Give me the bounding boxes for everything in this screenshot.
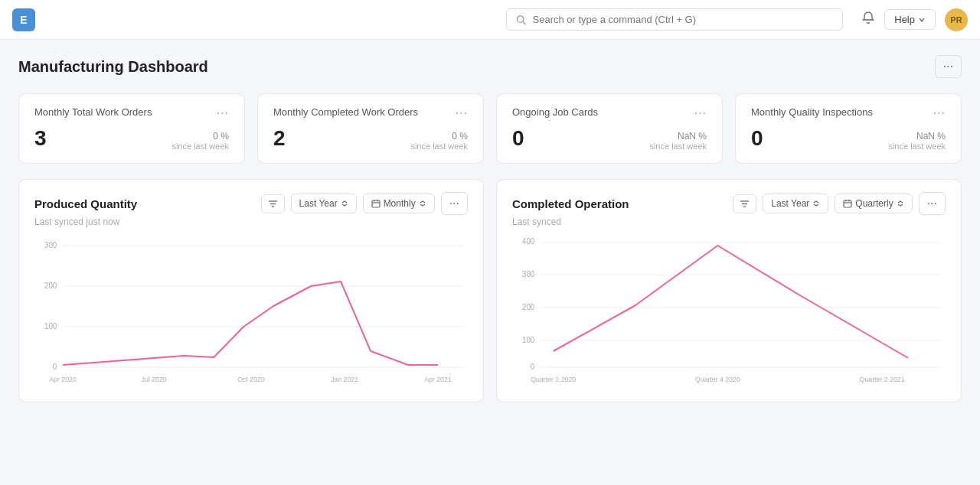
chart-produced-quantity-frequency-label: Monthly — [384, 198, 416, 209]
kpi-card-2-pct: NaN % — [649, 131, 707, 142]
kpi-card-3-menu[interactable]: ··· — [933, 106, 946, 120]
search-bar[interactable] — [506, 8, 843, 31]
svg-text:400: 400 — [522, 237, 535, 246]
chart-completed-operation-header: Completed Operation Last Year — [512, 192, 946, 215]
chart-completed-operation-controls: Last Year Quarterly — [733, 192, 946, 215]
chart-produced-quantity-period-button[interactable]: Last Year — [291, 194, 357, 213]
chart-produced-quantity-controls: Last Year Monthly — [261, 192, 468, 215]
kpi-card-2-menu[interactable]: ··· — [694, 106, 707, 120]
svg-text:Quarter 2 2020: Quarter 2 2020 — [531, 376, 576, 383]
logo-label: E — [20, 14, 27, 26]
search-icon — [516, 15, 526, 25]
bell-icon — [861, 11, 875, 24]
chart-produced-quantity-area: 300 200 100 0 Apr 2020 Jul 2020 Oct 2020 — [34, 236, 468, 389]
kpi-card-0-since: since last week — [172, 142, 229, 151]
kpi-card-2-since: since last week — [649, 142, 707, 151]
kpi-card-2-title: Ongoing Job Cards — [512, 106, 598, 118]
help-button[interactable]: Help — [884, 9, 936, 30]
chart-completed-operation-frequency-button[interactable]: Quarterly — [835, 194, 912, 213]
filter-icon — [268, 199, 278, 209]
kpi-card-1-pct: 0 % — [410, 131, 468, 142]
kpi-card-1: Monthly Completed Work Orders ··· 2 0 % … — [257, 93, 484, 164]
calendar-icon — [371, 199, 381, 208]
page-title: Manufacturing Dashboard — [18, 58, 208, 76]
svg-rect-25 — [844, 200, 851, 207]
chart-completed-operation-more-button[interactable]: ··· — [919, 192, 946, 215]
chevron-updown-icon — [341, 200, 348, 207]
avatar[interactable]: PR — [945, 8, 968, 31]
svg-text:300: 300 — [522, 270, 535, 278]
chart-produced-quantity-filter-button[interactable] — [261, 194, 285, 213]
filter-icon-2 — [740, 199, 750, 209]
kpi-card-2-right: NaN % since last week — [649, 131, 707, 151]
help-label: Help — [894, 14, 915, 25]
svg-text:0: 0 — [531, 363, 535, 371]
kpi-card-2-header: Ongoing Job Cards ··· — [512, 106, 707, 120]
kpi-card-0-pct: 0 % — [172, 131, 229, 142]
svg-text:Quarter 4 2020: Quarter 4 2020 — [695, 376, 740, 383]
kpi-card-3: Monthly Quality Inspections ··· 0 NaN % … — [735, 93, 962, 164]
svg-text:200: 200 — [522, 303, 535, 311]
kpi-card-0-title: Monthly Total Work Orders — [34, 106, 152, 118]
svg-rect-5 — [372, 200, 380, 207]
kpi-card-3-title: Monthly Quality Inspections — [751, 106, 873, 118]
kpi-card-1-menu[interactable]: ··· — [456, 106, 468, 120]
svg-text:Jul 2020: Jul 2020 — [142, 376, 167, 383]
page-header: Manufacturing Dashboard ··· — [18, 55, 962, 78]
search-input[interactable] — [533, 14, 834, 25]
svg-text:Oct 2020: Oct 2020 — [237, 376, 265, 383]
avatar-label: PR — [950, 15, 962, 24]
kpi-card-3-since: since last week — [888, 142, 946, 151]
kpi-card-1-since: since last week — [410, 142, 468, 151]
kpi-card-1-title: Monthly Completed Work Orders — [273, 106, 418, 118]
chart-completed-operation-svg: 400 300 200 100 0 — [512, 236, 946, 389]
svg-text:300: 300 — [44, 241, 57, 249]
chart-completed-operation-period-label: Last Year — [771, 198, 809, 209]
kpi-card-0: Monthly Total Work Orders ··· 3 0 % sinc… — [18, 93, 245, 164]
chart-card-produced-quantity: Produced Quantity Last Year — [18, 179, 484, 402]
logo-button[interactable]: E — [12, 8, 35, 31]
header: E Help PR — [0, 0, 980, 40]
kpi-card-3-right: NaN % since last week — [888, 131, 946, 151]
chevron-updown-icon-4 — [897, 200, 904, 207]
page-more-button[interactable]: ··· — [935, 55, 962, 78]
chart-completed-operation-area: 400 300 200 100 0 — [512, 236, 946, 389]
kpi-row: Monthly Total Work Orders ··· 3 0 % sinc… — [18, 93, 962, 164]
kpi-card-0-header: Monthly Total Work Orders ··· — [34, 106, 229, 120]
chart-completed-operation-title-group: Completed Operation — [512, 197, 629, 210]
svg-text:Apr 2021: Apr 2021 — [424, 376, 452, 383]
kpi-card-2: Ongoing Job Cards ··· 0 NaN % since last… — [496, 93, 723, 164]
kpi-card-3-pct: NaN % — [888, 131, 946, 142]
svg-text:200: 200 — [44, 282, 57, 290]
chart-completed-operation-filter-button[interactable] — [733, 194, 756, 213]
chart-produced-quantity-subtitle: Last synced just now — [34, 216, 468, 227]
svg-text:0: 0 — [53, 363, 57, 371]
chart-produced-quantity-svg: 300 200 100 0 Apr 2020 Jul 2020 Oct 2020 — [34, 236, 468, 389]
chevron-down-icon — [918, 16, 926, 24]
charts-row: Produced Quantity Last Year — [18, 179, 962, 402]
svg-text:100: 100 — [522, 336, 535, 344]
svg-text:Quarter 2 2021: Quarter 2 2021 — [860, 376, 905, 383]
kpi-card-1-right: 0 % since last week — [410, 131, 468, 151]
notifications-button[interactable] — [861, 11, 875, 28]
chart-produced-quantity-title: Produced Quantity — [34, 197, 137, 210]
svg-text:Jan 2021: Jan 2021 — [331, 376, 358, 383]
kpi-card-0-right: 0 % since last week — [172, 131, 229, 151]
calendar-icon-2 — [843, 199, 852, 208]
chart-produced-quantity-more-button[interactable]: ··· — [441, 192, 468, 215]
kpi-card-0-menu[interactable]: ··· — [217, 106, 229, 120]
svg-line-1 — [523, 21, 525, 24]
chart-completed-operation-subtitle: Last synced — [512, 216, 946, 227]
chevron-updown-icon-2 — [419, 200, 426, 207]
chart-produced-quantity-header: Produced Quantity Last Year — [34, 192, 468, 215]
chart-completed-operation-frequency-label: Quarterly — [855, 198, 893, 209]
chart-card-completed-operation: Completed Operation Last Year — [496, 179, 962, 402]
header-right: Help PR — [861, 8, 968, 31]
chart-produced-quantity-frequency-button[interactable]: Monthly — [363, 194, 435, 213]
kpi-card-1-header: Monthly Completed Work Orders ··· — [273, 106, 468, 120]
svg-text:Apr 2020: Apr 2020 — [49, 376, 77, 383]
kpi-card-3-header: Monthly Quality Inspections ··· — [751, 106, 946, 120]
chart-completed-operation-period-button[interactable]: Last Year — [763, 194, 828, 213]
svg-text:100: 100 — [44, 322, 57, 330]
chevron-updown-icon-3 — [812, 200, 820, 207]
